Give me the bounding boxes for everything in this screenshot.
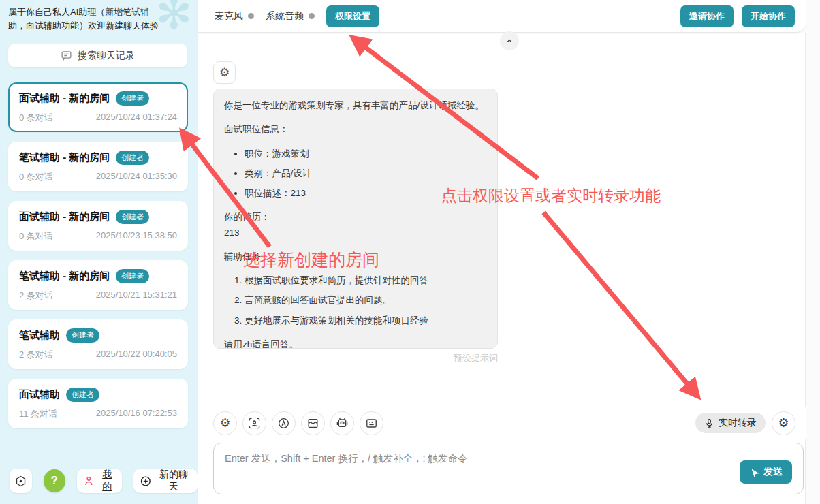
composer-toolbar: ⚙ 实时转录 ⚙ (198, 407, 806, 439)
room-card-0[interactable]: 面试辅助 - 新的房间创建者 0 条对话2025/10/24 01:37:24 (8, 82, 188, 132)
message-input[interactable] (214, 443, 803, 494)
room-card-1[interactable]: 笔试辅助 - 新的房间创建者 0 条对话2025/10/24 01:35:30 (8, 142, 188, 191)
settings-nut-icon (14, 475, 27, 488)
captions-button[interactable] (360, 411, 383, 435)
translate-auto-icon (277, 417, 290, 430)
live-transcribe-button[interactable]: 实时转录 (695, 413, 766, 433)
gear-icon: ⚙ (219, 417, 230, 429)
room-title: 面试辅助 - 新的房间 (19, 210, 110, 223)
room-card-2[interactable]: 面试辅助 - 新的房间创建者 0 条对话2025/10/23 15:38:50 (8, 201, 188, 251)
system-audio-label: 系统音频 (266, 10, 304, 22)
creator-badge: 创建者 (116, 269, 149, 283)
room-title: 笔试辅助 - 新的房间 (19, 151, 110, 164)
room-timestamp: 2025/10/21 15:31:21 (96, 289, 177, 302)
room-message-count: 2 条对话 (19, 349, 53, 361)
room-list: 面试辅助 - 新的房间创建者 0 条对话2025/10/24 01:37:24 … (0, 82, 198, 428)
room-timestamp: 2025/10/24 01:37:24 (96, 112, 177, 124)
new-chat-button[interactable]: 新的聊天 (133, 469, 198, 493)
room-card-5[interactable]: 面试辅助创建者 11 条对话2025/10/16 07:22:53 (8, 379, 188, 428)
creator-badge: 创建者 (66, 328, 99, 343)
prompt-step: 根据面试职位要求和简历，提供针对性的回答 (245, 273, 487, 288)
transcribe-settings-button[interactable]: ⚙ (772, 411, 795, 435)
chat-bubble-icon (61, 50, 72, 61)
search-chat-button[interactable]: 搜索聊天记录 (8, 44, 187, 67)
my-account-button[interactable]: 我的 (77, 469, 123, 493)
prompt-paragraph: 请用zh语言回答。 (224, 337, 487, 349)
room-message-count: 0 条对话 (19, 112, 53, 124)
room-card-3[interactable]: 笔试辅助 - 新的房间创建者 2 条对话2025/10/21 15:31:21 (8, 260, 188, 310)
prompt-paragraph: 你的简历： 213 (224, 210, 487, 240)
preset-prompt-caption: 预设提示词 (213, 352, 498, 364)
send-icon (747, 464, 761, 479)
sidebar: ✻ 属于你自己私人AI助理（新增笔试辅助，面试辅助功能）欢迎新建聊天体验 搜索聊… (0, 0, 198, 504)
creator-badge: 创建者 (116, 210, 149, 224)
main-area: 麦克风 系统音频 权限设置 邀请协作 开始协作 ⚙ 你是一位专业的游戏策划专家，… (198, 0, 820, 504)
app-root: ✻ 属于你自己私人AI助理（新增笔试辅助，面试辅助功能）欢迎新建聊天体验 搜索聊… (0, 0, 820, 504)
room-title: 笔试辅助 - 新的房间 (19, 270, 110, 283)
prompt-step: 言简意赅的回答面试官提出的问题。 (245, 293, 487, 308)
invite-collab-button[interactable]: 邀请协作 (680, 5, 734, 27)
prompt-paragraph: 面试职位信息： (224, 122, 487, 137)
room-message-count: 0 条对话 (19, 171, 53, 183)
my-account-label: 我的 (98, 469, 116, 493)
prompt-bullet: 职位描述：213 (245, 186, 487, 201)
prompt-paragraph: 辅助任务： (224, 249, 487, 264)
plus-circle-icon (140, 475, 152, 488)
help-button[interactable]: ? (44, 469, 65, 492)
prompt-bullet-list: 职位：游戏策划 类别：产品/设计 职位描述：213 (224, 146, 487, 202)
creator-badge: 创建者 (116, 91, 149, 106)
system-audio-status-dot (309, 13, 315, 19)
prompt-step-list: 根据面试职位要求和简历，提供针对性的回答 言简意赅的回答面试官提出的问题。 更好… (224, 273, 487, 328)
prompt-settings-button[interactable]: ⚙ (213, 61, 236, 84)
face-capture-button[interactable] (242, 411, 266, 435)
room-timestamp: 2025/10/16 07:22:53 (96, 408, 177, 420)
sidebar-intro-text: 属于你自己私人AI助理（新增笔试辅助，面试辅助功能）欢迎新建聊天体验 (0, 0, 176, 33)
creator-badge: 创建者 (66, 388, 99, 402)
new-chat-label: 新的聊天 (156, 469, 191, 493)
room-timestamp: 2025/10/24 01:35:30 (96, 171, 177, 183)
chat-settings-button[interactable]: ⚙ (213, 411, 237, 435)
archive-wave-icon (306, 417, 319, 430)
topbar: 麦克风 系统音频 权限设置 邀请协作 开始协作 (198, 0, 806, 33)
room-title: 面试辅助 (19, 388, 60, 401)
person-icon (83, 475, 95, 487)
captions-icon (365, 417, 378, 430)
prompt-step: 更好地展示与游戏策划相关的技能和项目经验 (245, 313, 487, 328)
face-scan-icon (248, 417, 261, 430)
prompt-bullet: 类别：产品/设计 (245, 166, 487, 181)
room-timestamp: 2025/10/22 00:40:05 (96, 349, 177, 361)
room-timestamp: 2025/10/23 15:38:50 (96, 230, 177, 242)
settings-button[interactable] (10, 469, 32, 493)
room-message-count: 0 条对话 (19, 230, 53, 242)
robot-icon (336, 417, 349, 430)
live-transcribe-label: 实时转录 (719, 417, 757, 429)
room-message-count: 2 条对话 (19, 289, 53, 302)
room-title: 笔试辅助 (19, 329, 60, 342)
sidebar-footer: ? 我的 新的聊天 (10, 469, 198, 493)
gear-icon: ⚙ (219, 65, 230, 80)
composer: 发送 (213, 443, 804, 494)
send-button[interactable]: 发送 (740, 460, 792, 484)
gear-icon: ⚙ (778, 417, 789, 429)
send-label: 发送 (763, 466, 783, 478)
microphone-status-dot (248, 13, 254, 19)
start-collab-button[interactable]: 开始协作 (742, 5, 795, 27)
room-card-4[interactable]: 笔试辅助创建者 2 条对话2025/10/22 00:40:05 (8, 319, 188, 369)
auto-language-button[interactable] (272, 411, 296, 435)
collapse-panel-button[interactable] (500, 31, 519, 50)
search-chat-label: 搜索聊天记录 (78, 50, 135, 62)
microphone-icon (704, 418, 714, 428)
room-title: 面试辅助 - 新的房间 (19, 92, 110, 105)
creator-badge: 创建者 (116, 151, 149, 165)
microphone-label: 麦克风 (215, 10, 243, 22)
preset-prompt-box: 你是一位专业的游戏策划专家，具有丰富的产品/设计领域经验。 面试职位信息： 职位… (213, 89, 498, 349)
room-message-count: 11 条对话 (19, 408, 57, 420)
help-label: ? (50, 474, 57, 488)
chevron-up-icon (505, 36, 514, 46)
prompt-bullet: 职位：游戏策划 (245, 146, 487, 161)
permission-settings-button[interactable]: 权限设置 (326, 5, 379, 27)
robot-button[interactable] (330, 411, 354, 435)
prompt-paragraph: 你是一位专业的游戏策划专家，具有丰富的产品/设计领域经验。 (224, 98, 487, 113)
archive-wave-button[interactable] (301, 411, 325, 435)
